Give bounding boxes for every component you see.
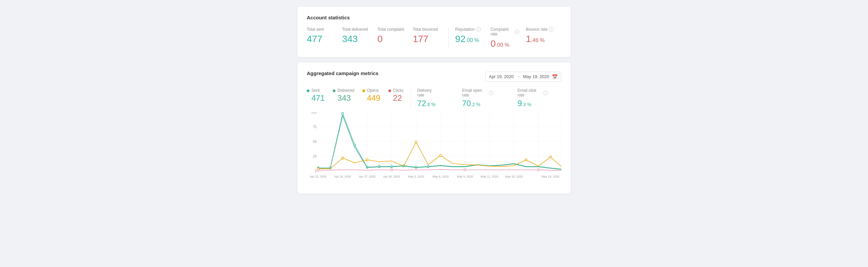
clicks-dot-3 [537,168,539,171]
stat-total-delivered-label: Total delivered [342,27,371,32]
opens-dot-3 [415,141,417,143]
legend-clicks-label: Clicks [393,88,404,93]
stat-total-delivered-value: 343 [342,34,371,45]
svg-text:May 3, 2020: May 3, 2020 [408,175,424,178]
sent-dot-2 [342,112,344,115]
stat-bounce-rate-value: 1.46 % [526,34,555,45]
account-statistics-card: Account statistics Total sent 477 Total … [298,7,570,57]
date-from: Apr 19, 2020 [489,74,514,79]
delivery-rate-value: 72.8 % [417,99,438,108]
svg-text:100: 100 [311,112,317,114]
email-click-rate-info-icon[interactable]: i [543,90,548,95]
email-open-rate-info-icon[interactable]: i [489,90,494,95]
sent-dot-6 [391,165,393,168]
main-container: Account statistics Total sent 477 Total … [298,7,570,193]
legend-opens-label: Opens [367,88,380,93]
metrics-header: Aggregated campaign metrics Apr 19, 2020… [307,71,561,83]
clicks-dot-1 [391,168,393,171]
legend-sent-label: Sent [311,88,325,93]
svg-text:25: 25 [313,155,316,159]
stat-complaint-rate-value: 0.00 % [491,38,519,49]
sent-dot-8 [415,166,417,168]
svg-text:0: 0 [315,169,317,173]
legend-delivered-value: 343 [337,94,354,103]
svg-text:May 12, 2020: May 12, 2020 [480,175,498,178]
reputation-info-icon[interactable]: i [476,27,480,32]
stat-total-sent-value: 477 [307,34,335,45]
legend-delivered-label: Delivered [337,88,354,93]
stat-total-sent-label: Total sent [307,27,335,32]
metric-email-open-rate: Email open rate i 70.2 % [462,88,494,108]
stat-reputation: Reputation i 92.00 % [455,27,491,45]
stat-total-complaint-label: Total complaint [377,27,406,32]
opens-dot-1 [342,157,344,159]
svg-text:May 9, 2020: May 9, 2020 [457,175,473,178]
svg-text:May 6, 2020: May 6, 2020 [432,175,448,178]
stat-total-delivered: Total delivered 343 [342,27,377,45]
stat-bounce-rate-label: Bounce rate i [526,27,555,32]
clicks-dot-2 [464,168,466,171]
account-stats-row: Total sent 477 Total delivered 343 Total… [307,27,561,49]
date-to: May 19, 2020 [523,74,549,79]
legend-sent-content: Sent 471 [311,88,325,103]
clicks-dot [389,89,391,92]
chart-svg: 100 75 50 25 0 [307,112,561,186]
stat-reputation-label: Reputation i [455,27,484,32]
stat-total-bounced-value: 177 [413,34,441,45]
svg-text:Apr 21, 2020: Apr 21, 2020 [310,175,327,178]
stat-complaint-rate-label: Complaint rate i [491,27,519,36]
delivery-rate-label: Delivery rate [417,88,438,98]
svg-text:75: 75 [313,125,316,129]
clicks-dot-0 [317,169,319,171]
legend-clicks: Clicks 22 [389,88,404,103]
metrics-legend: Sent 471 Delivered 343 Opens 449 [307,88,404,103]
legend-opens-value: 449 [367,94,380,103]
legend-sent-value: 471 [311,94,325,103]
legend-clicks-content: Clicks 22 [393,88,404,103]
metrics-divider [410,88,411,108]
delivered-line [318,116,561,169]
legend-opens: Opens 449 [362,88,380,103]
complaint-rate-info-icon[interactable]: i [515,29,519,34]
opens-dot-4 [440,155,442,157]
metric-email-click-rate: Email click rate i 9.3 % [518,88,548,108]
svg-text:May 15, 2020: May 15, 2020 [505,175,523,178]
sent-dot-5 [378,165,380,168]
chart-area: 100 75 50 25 0 [307,112,561,186]
legend-sent: Sent 471 [307,88,325,103]
campaign-metrics-card: Aggregated campaign metrics Apr 19, 2020… [298,62,570,193]
bounce-rate-info-icon[interactable]: i [549,27,554,32]
svg-text:Apr 27, 2020: Apr 27, 2020 [359,175,375,178]
svg-text:Apr 30, 2020: Apr 30, 2020 [383,175,400,178]
campaign-metrics-title: Aggregated campaign metrics [307,71,378,76]
metrics-rates: Delivery rate 72.8 % Email open rate i 7… [417,88,561,108]
legend-delivered: Delivered 343 [333,88,354,103]
svg-text:Apr 24, 2020: Apr 24, 2020 [334,175,351,178]
stat-total-sent: Total sent 477 [307,27,342,45]
calendar-icon: 📅 [552,74,558,79]
svg-text:50: 50 [313,140,316,144]
delivered-dot [333,89,335,92]
sent-dot [307,89,309,92]
opens-dot [362,89,365,92]
legend-opens-content: Opens 449 [367,88,380,103]
date-range-picker[interactable]: Apr 19, 2020 → May 19, 2020 📅 [485,72,561,82]
date-range-arrow: → [516,74,520,79]
opens-dot-6 [550,156,552,158]
legend-delivered-content: Delivered 343 [337,88,354,103]
email-open-rate-value: 70.2 % [462,99,494,108]
stat-complaint-rate: Complaint rate i 0.00 % [491,27,526,49]
account-stats-title: Account statistics [307,15,561,20]
legend-clicks-value: 22 [393,94,404,103]
stat-total-complaint-value: 0 [377,34,406,45]
stat-total-complaint: Total complaint 0 [377,27,413,45]
metric-delivery-rate: Delivery rate 72.8 % [417,88,438,108]
opens-dot-5 [525,159,527,161]
stat-reputation-value: 92.00 % [455,34,484,45]
clicks-line [318,169,561,170]
stat-total-bounced-label: Total bounced [413,27,441,32]
opens-dot-2 [366,159,368,161]
email-click-rate-label: Email click rate i [518,88,548,98]
stat-total-bounced: Total bounced 177 [413,27,448,45]
metrics-legend-row: Sent 471 Delivered 343 Opens 449 [307,88,561,108]
